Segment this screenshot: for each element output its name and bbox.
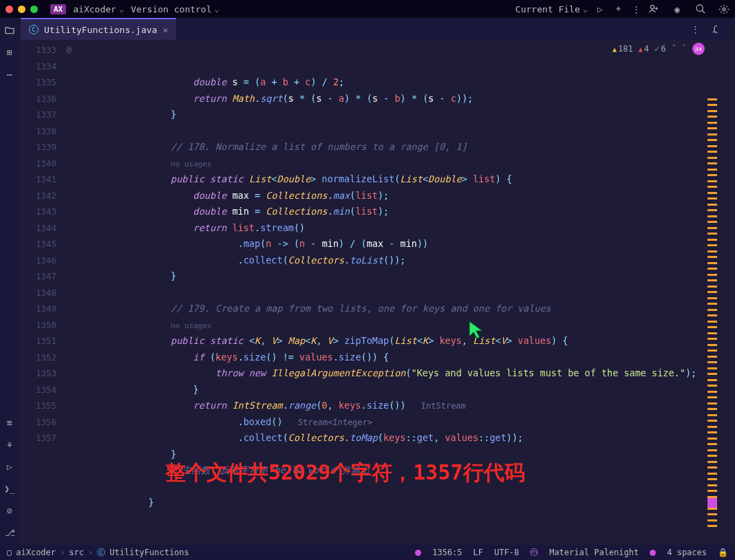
code-line[interactable]: .collect(Collectors.toMap(keys::get, val…	[81, 430, 735, 446]
svg-point-2	[723, 8, 725, 10]
run-icon[interactable]: ▷	[595, 3, 606, 14]
caret-position[interactable]: 1356:5	[432, 548, 462, 557]
error-stripe[interactable]	[707, 98, 717, 528]
inspection-summary[interactable]: 181 4 6 ˆ ˇ ax	[612, 43, 705, 55]
java-file-icon: C	[29, 25, 39, 34]
add-user-icon[interactable]	[648, 3, 659, 14]
run-config-dropdown[interactable]: Current File	[515, 4, 588, 14]
errors-count[interactable]: 4	[639, 44, 649, 54]
plugin-indicator-icon[interactable]	[415, 550, 421, 556]
record-icon[interactable]: ◉	[672, 3, 683, 14]
search-icon[interactable]	[695, 3, 706, 14]
more-icon[interactable]: ⋮	[630, 3, 641, 14]
problems-tool-icon[interactable]: ⊘	[4, 505, 15, 516]
code-line[interactable]: .map(n -> (n - min) / (max - min))	[81, 236, 735, 252]
breadcrumb[interactable]: ▢ aiXcoder › src › ⓒ UtilityFunctions	[7, 547, 189, 559]
project-dropdown[interactable]: aiXcoder	[73, 4, 124, 14]
prev-highlight-icon[interactable]: ˆ	[672, 44, 677, 54]
code-line[interactable]: throw new IllegalArgumentException("Keys…	[81, 365, 735, 382]
code-area[interactable]: double s = (a + b + c) / 2; return Math.…	[76, 40, 735, 545]
close-tab-icon[interactable]: ×	[162, 25, 168, 35]
code-line[interactable]: return Math.sqrt(s * (s - a) * (s - b) *…	[81, 91, 735, 107]
warnings-count[interactable]: 181	[612, 44, 633, 54]
left-toolwindow-bar: ⊞ ⋯ ≡ ⚘ ▷ ❯_ ⊘ ⎇	[0, 18, 19, 545]
code-line[interactable]: }	[81, 495, 735, 511]
crumb-project[interactable]: aiXcoder	[16, 548, 56, 557]
crumb-icon: ▢	[7, 548, 12, 557]
line-separator[interactable]: LF	[473, 548, 483, 557]
code-line[interactable]: if (keys.size() != values.size()) {	[81, 349, 735, 366]
svg-point-1	[696, 5, 703, 11]
theme-indicator-icon: ⓜ	[530, 547, 538, 559]
project-tool-icon[interactable]	[4, 25, 15, 36]
ok-count[interactable]: 6	[654, 44, 665, 54]
code-line[interactable]: public static <K, V> Map<K, V> zipToMap(…	[81, 333, 735, 349]
code-line[interactable]: // 178. Normalize a list of numbers to a…	[81, 139, 735, 155]
terminal-tool-icon[interactable]: ❯_	[4, 483, 15, 494]
minimize-window-icon[interactable]	[18, 6, 25, 13]
menu-icon[interactable]: ≡	[4, 417, 15, 428]
settings-icon[interactable]	[718, 3, 729, 14]
file-encoding[interactable]: UTF-8	[494, 548, 519, 557]
code-line[interactable]	[81, 285, 735, 301]
line-number-gutter: 1333133413351336133713381339134013411342…	[28, 40, 62, 545]
code-line[interactable]: double s = (a + b + c) / 2;	[81, 74, 735, 91]
indent-setting[interactable]: 4 spaces	[667, 548, 707, 557]
debug-icon[interactable]: ⌖	[612, 3, 624, 14]
fullscreen-window-icon[interactable]	[30, 6, 38, 13]
crumb-src[interactable]: src	[69, 548, 84, 557]
next-highlight-icon[interactable]: ˇ	[682, 44, 687, 54]
code-line[interactable]: .boxed() Stream<Integer>	[81, 414, 735, 431]
ai-avatar-icon[interactable]: ax	[692, 43, 705, 55]
ai-tool-icon[interactable]: ⚘	[4, 439, 15, 450]
editor[interactable]: 1333133413351336133713381339134013411342…	[19, 40, 735, 545]
code-line[interactable]: .collect(Collectors.toList());	[81, 252, 735, 269]
git-tool-icon[interactable]: ⎇	[4, 527, 15, 538]
app-badge: AX	[50, 4, 66, 14]
code-line[interactable]: return list.stream()	[81, 220, 735, 237]
statusbar: ▢ aiXcoder › src › ⓒ UtilityFunctions 13…	[0, 545, 735, 560]
theme-name[interactable]: Material Palenight	[549, 548, 639, 557]
svg-point-0	[650, 6, 654, 9]
code-line[interactable]: }	[81, 107, 735, 123]
vcs-dropdown[interactable]: Version control	[131, 4, 220, 14]
status-dot-icon[interactable]	[650, 550, 656, 556]
tab-more-icon[interactable]: ⋮	[690, 23, 701, 34]
tab-filename: UtilityFunctions.java	[44, 25, 157, 35]
structure-tool-icon[interactable]: ⊞	[4, 47, 15, 58]
window-controls	[6, 6, 38, 13]
gutter-marks: @	[62, 40, 76, 545]
code-line[interactable]: // 179. Create a map from two lists, one…	[81, 301, 735, 317]
code-line[interactable]: return IntStream.range(0, keys.size()) I…	[81, 398, 735, 414]
code-line[interactable]: no usages	[81, 317, 735, 334]
code-line[interactable]: double max = Collections.max(list);	[81, 188, 735, 204]
code-line[interactable]: }	[81, 382, 735, 398]
code-line[interactable]: no usages	[81, 155, 735, 172]
tabbar: C UtilityFunctions.java × ⋮	[0, 18, 735, 40]
code-line[interactable]: }	[81, 268, 735, 285]
overlay-annotation: 整个文件共52029个字符，1357行代码	[165, 464, 525, 481]
code-line[interactable]	[81, 123, 735, 140]
editor-tab[interactable]: C UtilityFunctions.java ×	[21, 18, 176, 40]
code-line[interactable]: double min = Collections.min(list);	[81, 204, 735, 220]
lock-icon[interactable]: 🔒	[718, 548, 728, 557]
more-tools-icon[interactable]: ⋯	[4, 69, 15, 80]
close-window-icon[interactable]	[6, 6, 13, 13]
run-tool-icon[interactable]: ▷	[4, 461, 15, 472]
crumb-class[interactable]: UtilityFunctions	[109, 548, 189, 557]
titlebar: AX aiXcoder Version control Current File…	[0, 0, 735, 18]
code-line[interactable]: public static List<Double> normalizeList…	[81, 171, 735, 188]
